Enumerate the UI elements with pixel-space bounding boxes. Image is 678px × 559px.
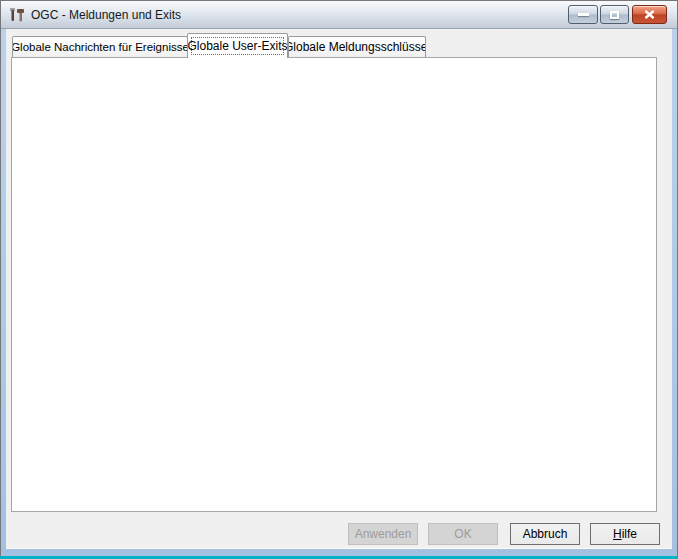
hilfe-label-rest: ilfe <box>622 527 637 541</box>
tab-label: Globale User-Exits <box>187 39 287 53</box>
maximize-icon <box>610 11 619 19</box>
minimize-button[interactable] <box>568 5 598 24</box>
ok-button[interactable]: OK <box>428 523 498 545</box>
window-title: OGC - Meldungen und Exits <box>31 1 181 29</box>
maximize-button[interactable] <box>600 5 629 24</box>
hilfe-accelerator: H <box>613 527 622 541</box>
hilfe-button[interactable]: Hilfe <box>590 523 660 545</box>
minimize-icon <box>578 13 589 16</box>
close-button[interactable] <box>632 5 667 24</box>
tab-globale-user-exits[interactable]: Globale User-Exits <box>187 33 288 58</box>
close-icon <box>644 10 655 19</box>
anwenden-button[interactable]: Anwenden <box>348 523 418 545</box>
tab-label: Globale Meldungsschlüssel <box>288 40 426 54</box>
tab-page <box>11 57 657 512</box>
dialog-window: OGC - Meldungen und Exits Globale Nachri… <box>0 0 678 559</box>
tab-label: Globale Nachrichten für Ereignisse <box>12 41 188 53</box>
tab-globale-meldungsschluessel[interactable]: Globale Meldungsschlüssel <box>288 36 426 57</box>
tab-globale-nachrichten-fuer-ereignisse[interactable]: Globale Nachrichten für Ereignisse <box>12 36 188 57</box>
title-bar[interactable]: OGC - Meldungen und Exits <box>1 1 677 29</box>
abbruch-button[interactable]: Abbruch <box>510 523 580 545</box>
app-icon <box>9 7 25 23</box>
